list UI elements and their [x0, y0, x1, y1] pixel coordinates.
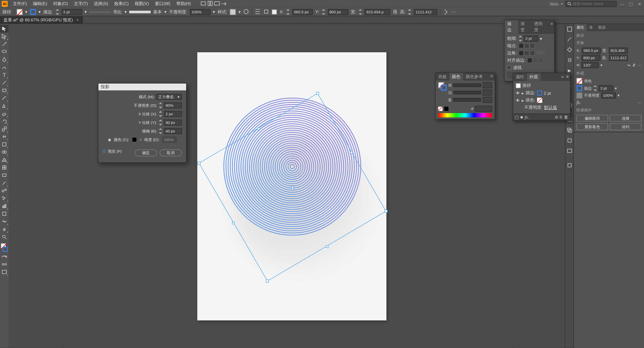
- recolor-icon[interactable]: [243, 8, 249, 15]
- pen-tool[interactable]: [0, 56, 9, 63]
- eye-icon[interactable]: 👁: [516, 98, 520, 103]
- more-icon[interactable]: ⋯: [452, 9, 456, 14]
- shape-builder-tool[interactable]: [0, 148, 9, 156]
- add-stroke-icon[interactable]: ▢: [515, 115, 518, 120]
- rotate-tool[interactable]: [0, 117, 9, 125]
- add-fill-icon[interactable]: ■: [520, 115, 523, 120]
- rectangle-tool[interactable]: [0, 87, 9, 94]
- blend-tool[interactable]: [0, 187, 9, 195]
- prop-x[interactable]: [582, 48, 601, 54]
- h-field[interactable]: [414, 9, 437, 15]
- color-mode[interactable]: [0, 253, 9, 261]
- width-tool[interactable]: [0, 133, 9, 141]
- prop-angle[interactable]: [582, 62, 599, 68]
- menu-effect[interactable]: 效果(C): [111, 0, 131, 8]
- dialog-xoff-field[interactable]: [164, 111, 182, 117]
- strokepanel-weight[interactable]: [524, 36, 538, 42]
- flip-h-icon[interactable]: ⇋: [627, 63, 631, 67]
- dashed-checkbox[interactable]: [507, 65, 511, 70]
- preview-checkbox[interactable]: ☑: [103, 149, 106, 153]
- canvas[interactable]: 投影 模式 (M): 正片叠底▾ 不透明度 (O): X 位移 (X): Y 位…: [9, 24, 565, 348]
- direct-selection-tool[interactable]: [0, 32, 9, 40]
- type-tool[interactable]: T: [0, 71, 9, 79]
- align-icon[interactable]: [255, 8, 261, 15]
- dialog-blur-field[interactable]: [164, 128, 182, 134]
- ref-point[interactable]: [272, 9, 277, 14]
- opacity-field[interactable]: [190, 9, 211, 15]
- slice-tool[interactable]: [0, 218, 9, 225]
- r-slider[interactable]: [453, 84, 481, 87]
- y-field[interactable]: [328, 9, 348, 15]
- spiral-artwork[interactable]: [223, 97, 362, 236]
- panel-menu-icon[interactable]: ≡: [489, 73, 495, 81]
- tab-transparency[interactable]: 透明度: [532, 20, 549, 34]
- panel-collapse-icon[interactable]: »: [549, 20, 554, 34]
- scale-tool[interactable]: [0, 125, 9, 133]
- cancel-button[interactable]: 取消: [160, 150, 182, 156]
- gpu-icon[interactable]: [214, 1, 220, 7]
- dark-radio[interactable]: ○: [139, 137, 142, 142]
- graph-tool[interactable]: [0, 202, 9, 210]
- menu-view[interactable]: 视图(V): [132, 0, 151, 8]
- fill-swatch[interactable]: [17, 9, 23, 15]
- search-stock[interactable]: [565, 1, 617, 7]
- perspective-tool[interactable]: [0, 156, 9, 164]
- tab-graphic-styles[interactable]: 属性: [513, 73, 527, 81]
- minimize-icon[interactable]: —: [619, 1, 625, 7]
- panel-collapse-icon-2[interactable]: »: [560, 73, 565, 81]
- paintbrush-tool[interactable]: [0, 94, 9, 102]
- menu-window[interactable]: 窗口(W): [152, 0, 173, 8]
- menu-object[interactable]: 对象(O): [51, 0, 70, 8]
- x-field[interactable]: [292, 9, 313, 15]
- tab-layers[interactable]: 图层: [596, 24, 609, 31]
- lasso-tool[interactable]: [0, 48, 9, 56]
- prop-h[interactable]: [609, 55, 628, 61]
- b-slider[interactable]: [453, 98, 481, 102]
- link-wh-icon[interactable]: ⛓: [393, 9, 397, 14]
- tab-libraries[interactable]: 库: [587, 24, 596, 31]
- none-swatch[interactable]: [438, 107, 442, 111]
- selection-tool[interactable]: [0, 25, 9, 33]
- symbol-spray-tool[interactable]: [0, 194, 9, 202]
- more-transform-icon[interactable]: ⋯: [638, 63, 641, 67]
- fill-stroke-indicator[interactable]: [0, 242, 9, 253]
- add-fx-icon[interactable]: fx.: [525, 115, 529, 120]
- isolate-icon[interactable]: [443, 8, 449, 15]
- artboard-tool[interactable]: [0, 210, 9, 218]
- workspace-switcher[interactable]: Web: [550, 2, 558, 6]
- tab-properties[interactable]: 属性: [574, 24, 587, 31]
- menu-select[interactable]: 选择(S): [91, 0, 111, 8]
- panel-menu-icon-2[interactable]: ≡: [565, 73, 570, 81]
- zoom-tool[interactable]: [0, 233, 9, 241]
- panel-icon-symbols[interactable]: [565, 45, 574, 55]
- eye-icon[interactable]: 👁: [516, 91, 520, 95]
- prop-y[interactable]: [582, 55, 600, 61]
- panel-icon-links[interactable]: ⛓: [565, 55, 574, 65]
- cap-buttons[interactable]: [518, 43, 535, 48]
- screen-mode[interactable]: [0, 268, 9, 276]
- tab-color-guide[interactable]: 颜色参考: [463, 73, 485, 81]
- dialog-yoff-field[interactable]: [164, 120, 182, 126]
- draw-mode[interactable]: [0, 260, 9, 268]
- g-slider[interactable]: [454, 91, 481, 94]
- line-tool[interactable]: [0, 79, 9, 87]
- tab-swatches[interactable]: 色板: [436, 73, 449, 81]
- menu-file[interactable]: 文件(F): [10, 0, 29, 8]
- shaper-tool[interactable]: [0, 102, 9, 110]
- dialog-title[interactable]: 投影: [98, 84, 186, 90]
- w-field[interactable]: [365, 9, 390, 15]
- magic-wand-tool[interactable]: [0, 40, 9, 48]
- mesh-tool[interactable]: [0, 164, 9, 171]
- eraser-tool[interactable]: [0, 110, 9, 117]
- transform-icon[interactable]: [263, 8, 269, 15]
- dialog-opacity-field[interactable]: [164, 102, 182, 109]
- menu-edit[interactable]: 编辑(E): [30, 0, 50, 8]
- tab-gradient[interactable]: 渐变: [518, 20, 532, 34]
- tab-stroke[interactable]: 描边: [505, 20, 518, 34]
- menu-type[interactable]: 文字(T): [71, 0, 90, 8]
- menu-help[interactable]: 帮助(H): [174, 0, 193, 8]
- style-swatch[interactable]: [230, 9, 236, 15]
- close-window-icon[interactable]: ✕: [636, 1, 642, 7]
- tab-color[interactable]: 颜色: [449, 73, 463, 81]
- bridge-icon[interactable]: [200, 1, 206, 7]
